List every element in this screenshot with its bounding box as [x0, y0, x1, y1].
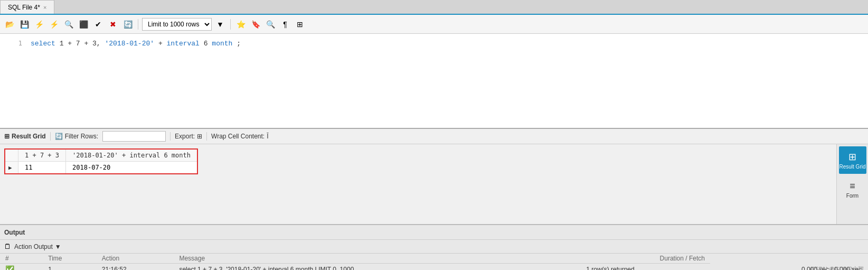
grid-button[interactable]: ⊞: [294, 18, 306, 31]
tab-bar: SQL File 4* ×: [0, 0, 868, 15]
output-status-cell: ✅: [0, 264, 43, 271]
wrap-cell-icon: Ī: [267, 133, 268, 140]
result-grid-label: Result Grid: [12, 133, 46, 140]
save-button[interactable]: 💾: [18, 18, 31, 31]
form-panel-label: Form: [846, 193, 858, 199]
col-message: Message: [174, 254, 581, 264]
bookmark-button[interactable]: 🔖: [249, 18, 262, 31]
kw-interval: interval: [167, 40, 200, 48]
limit-select[interactable]: Limit to 1000 rows: [142, 18, 212, 31]
output-time-cell: 21:16:52: [97, 264, 174, 271]
find-button[interactable]: 🔍: [264, 18, 277, 31]
result-grid-tab[interactable]: ⊞ Result Grid: [4, 133, 46, 140]
output-num-cell: 1: [43, 264, 97, 271]
limit-arrow-button[interactable]: ▼: [214, 18, 227, 31]
wrap-cell-item[interactable]: Wrap Cell Content: Ī: [211, 133, 269, 140]
main-toolbar: 📂 💾 ⚡ ⚡ 🔍 ⬛ ✔ ✖ 🔄 Limit to 1000 rows ▼ ⭐…: [0, 15, 868, 34]
result-toolbar: ⊞ Result Grid 🔄 Filter Rows: Export: ⊞ W…: [0, 129, 868, 144]
output-action-cell: select 1 + 7 + 3, '2018-01-20' + interva…: [174, 264, 581, 271]
tab-label: SQL File 4*: [8, 4, 40, 11]
toolbar-separator-2: [230, 19, 231, 30]
grid-icon: ⊞: [4, 133, 10, 140]
sql-line-1: 1 select 1 + 7 + 3, '2018-01-20' + inter…: [0, 38, 868, 49]
sql-code-1: select 1 + 7 + 3, '2018-01-20' + interva…: [31, 39, 241, 49]
result-section: ⊞ Result Grid 🔄 Filter Rows: Export: ⊞ W…: [0, 129, 868, 224]
result-grid-outer: 1 + 7 + 3 '2018-01-20' + interval 6 mont…: [0, 144, 868, 224]
rt-separator-3: [206, 132, 207, 141]
form-panel-button[interactable]: ≡ Form: [839, 176, 866, 203]
result-grid-panel-icon: ⊞: [848, 151, 856, 163]
refresh-button[interactable]: 🔄: [121, 18, 134, 31]
filter-icon: 🔄: [55, 133, 63, 140]
sql-editor[interactable]: 1 select 1 + 7 + 3, '2018-01-20' + inter…: [0, 34, 868, 129]
col-time: Time: [43, 254, 97, 264]
result-cell-1: 11: [18, 162, 66, 174]
watermark: CSDN @GUMP小甜: [811, 265, 864, 270]
action-output-arrow-icon: ▼: [55, 243, 61, 250]
export-icon: ⊞: [197, 133, 202, 140]
execute-current-button[interactable]: ⚡: [48, 18, 60, 31]
filter-rows-item[interactable]: 🔄 Filter Rows:: [55, 133, 98, 140]
table-row[interactable]: ▶ 11 2018-07-20: [5, 162, 197, 174]
output-section: Output 🗒 Action Output ▼ # Time Action M…: [0, 224, 868, 270]
output-message-cell: 1 row(s) returned: [581, 264, 710, 271]
export-item[interactable]: Export: ⊞: [175, 133, 202, 140]
filter-rows-input[interactable]: [102, 131, 166, 142]
output-table-row: ✅ 1 21:16:52 select 1 + 7 + 3, '2018-01-…: [0, 264, 868, 271]
output-subbar: 🗒 Action Output ▼: [0, 240, 868, 254]
check-button[interactable]: ✔: [92, 18, 105, 31]
export-label: Export:: [175, 133, 195, 140]
col-indicator-header: [5, 149, 18, 162]
result-grid-panel-button[interactable]: ⊞ Result Grid: [839, 146, 866, 174]
output-table: # Time Action Message Duration / Fetch ✅…: [0, 254, 868, 270]
kw-month: month: [212, 40, 232, 48]
result-grid-panel-label: Result Grid: [839, 164, 866, 170]
result-table: 1 + 7 + 3 '2018-01-20' + interval 6 mont…: [4, 148, 198, 174]
result-cell-2: 2018-07-20: [66, 162, 197, 174]
stop-button[interactable]: ⬛: [77, 18, 90, 31]
sql-file-tab[interactable]: SQL File 4* ×: [0, 0, 54, 14]
cancel-button[interactable]: ✖: [107, 18, 119, 31]
output-label: Output: [4, 229, 25, 236]
wrap-cell-label: Wrap Cell Content:: [211, 133, 265, 140]
col-header-2: '2018-01-20' + interval 6 month: [66, 149, 197, 162]
paragraph-button[interactable]: ¶: [279, 18, 291, 31]
execute-button[interactable]: ⚡: [33, 18, 45, 31]
result-table-header-row: 1 + 7 + 3 '2018-01-20' + interval 6 mont…: [5, 149, 197, 162]
col-header-1: 1 + 7 + 3: [18, 149, 66, 162]
action-output-button[interactable]: Action Output ▼: [14, 243, 61, 250]
status-success-icon: ✅: [5, 265, 14, 270]
output-header: Output: [0, 225, 868, 240]
tab-close-icon[interactable]: ×: [43, 4, 46, 11]
kw-select: select: [31, 40, 55, 48]
copy-icon: 🗒: [4, 243, 11, 250]
output-header-row: # Time Action Message Duration / Fetch: [0, 254, 868, 264]
right-panel: ⊞ Result Grid ≡ Form: [836, 144, 868, 224]
sql-interval-val: 6: [204, 40, 212, 48]
open-file-button[interactable]: 📂: [3, 18, 16, 31]
sql-semicolon: ;: [237, 40, 241, 48]
col-hash: #: [0, 254, 43, 264]
result-grid-container: 1 + 7 + 3 '2018-01-20' + interval 6 mont…: [0, 144, 836, 224]
sql-string: '2018-01-20': [105, 40, 154, 48]
action-output-label: Action Output: [14, 243, 53, 250]
form-panel-icon: ≡: [850, 181, 855, 192]
row-arrow-icon: ▶: [8, 164, 12, 171]
sql-plus: +: [158, 40, 167, 48]
rt-separator-1: [50, 132, 51, 141]
star-button[interactable]: ⭐: [234, 18, 247, 31]
rt-separator-2: [170, 132, 171, 141]
col-duration: Duration / Fetch: [581, 254, 710, 264]
col-action: Action: [97, 254, 174, 264]
filter-rows-label: Filter Rows:: [65, 133, 98, 140]
sql-expr1: 1 + 7 + 3,: [60, 40, 105, 48]
toolbar-separator-1: [138, 19, 138, 30]
search-button[interactable]: 🔍: [62, 18, 75, 31]
row-arrow-cell: ▶: [5, 162, 18, 174]
line-number-1: 1: [6, 38, 22, 49]
